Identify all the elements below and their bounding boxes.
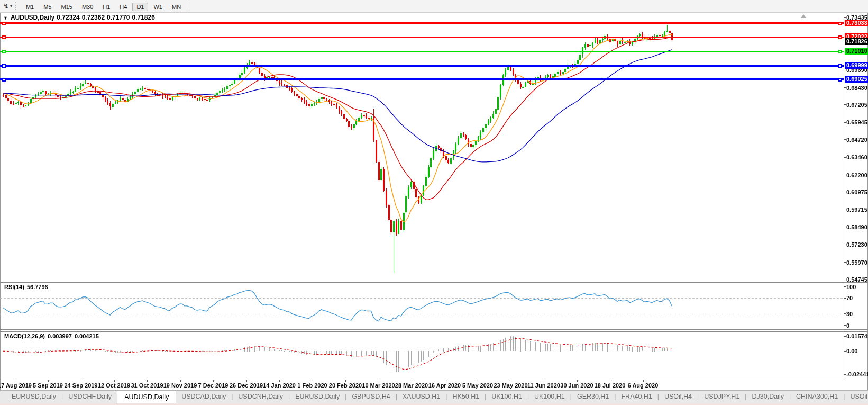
date-axis-label: 23 May 2020 xyxy=(494,382,527,389)
macd-main-value: 0.003997 xyxy=(48,333,72,339)
rsi-axis-tick: 70 xyxy=(846,295,853,301)
date-axis-label: 20 Feb 2020 xyxy=(329,382,362,389)
cursor-tool-icon[interactable]: ↯ xyxy=(0,1,10,12)
price-level-label: 0.71010 xyxy=(845,48,868,55)
price-axis-tick: 0.57230 xyxy=(846,241,867,248)
date-axis-label: 30 Jun 2020 xyxy=(560,382,593,389)
timeframe-button-H4[interactable]: H4 xyxy=(115,3,131,11)
price-axis-tick: 0.54745 xyxy=(846,276,867,283)
chart-tab-usdcnh-daily[interactable]: USDCNH,Daily xyxy=(233,391,288,403)
date-axis-label: 28 Mar 2020 xyxy=(395,382,428,389)
toolbar-separator xyxy=(189,2,189,11)
price-axis-tick: 0.60975 xyxy=(846,189,867,195)
chart-tab-china300-h1[interactable]: CHINA300,H1 xyxy=(791,391,843,403)
chart-tab-usoil-h1[interactable]: USOil,H1 xyxy=(845,391,868,403)
timeframe-button-W1[interactable]: W1 xyxy=(149,3,167,11)
timeframe-buttons: M1M5M15M30H1H4D1W1MN xyxy=(21,2,186,11)
rsi-axis-tick: 30 xyxy=(846,311,853,317)
price-axis-tick: 0.62200 xyxy=(846,172,867,178)
chart-tab-usdjpy-h1[interactable]: USDJPY,H1 xyxy=(699,391,745,403)
chart-tab-bar: EURUSD,Daily|USDCHF,DailyAUDUSD,DailyUSD… xyxy=(0,390,868,403)
date-axis-label: 16 Apr 2020 xyxy=(428,382,461,389)
chart-tab-eurusd-daily[interactable]: EURUSD,Daily xyxy=(290,391,345,403)
date-axis-label: 6 Aug 2020 xyxy=(628,382,659,389)
symbol-name: AUDUSD,Daily xyxy=(11,14,54,21)
chart-tab-gbpusd-h4[interactable]: GBPUSD,H4 xyxy=(346,391,395,403)
timeframe-button-D1[interactable]: D1 xyxy=(132,3,148,11)
date-axis-label: 19 Nov 2019 xyxy=(163,382,197,389)
date-axis-label: 7 Dec 2019 xyxy=(198,382,229,389)
chart-tab-hk50-h1[interactable]: HK50,H1 xyxy=(447,391,485,403)
macd-axis-tick: -0.024412 xyxy=(846,371,868,377)
ohlc-close: 0.71826 xyxy=(132,14,154,21)
macd-pane-label: MACD(12,26,9)0.0039970.004215 xyxy=(4,333,102,339)
rsi-axis-tick: 0 xyxy=(846,322,849,329)
chart-tab-usoil-h4[interactable]: USOil,H4 xyxy=(659,391,697,403)
date-axis-label: 11 Jun 2020 xyxy=(527,382,560,389)
price-level-label: 0.69025 xyxy=(845,76,868,83)
rsi-pane-label: RSI(14)56.7796 xyxy=(4,284,51,290)
macd-axis-tick: 0.00 xyxy=(846,348,857,354)
chart-tab-usdcad-daily[interactable]: USDCAD,Daily xyxy=(176,391,231,403)
date-axis-label: 5 May 2020 xyxy=(462,382,493,389)
date-axis-label: 12 Oct 2019 xyxy=(98,382,130,389)
chart-title: ▼AUDUSD,Daily0.723240.723620.717700.7182… xyxy=(3,14,157,21)
chart-tab-dj30-daily[interactable]: DJ30,Daily xyxy=(746,391,789,403)
date-axis-label: 17 Aug 2019 xyxy=(0,382,32,389)
chart-canvas[interactable] xyxy=(0,0,868,405)
date-axis-label: 1 Feb 2020 xyxy=(297,382,327,389)
price-axis-tick: 0.68430 xyxy=(846,85,867,91)
macd-signal-value: 0.004215 xyxy=(75,333,99,339)
timeframe-button-M1[interactable]: M1 xyxy=(22,3,38,11)
price-axis-tick: 0.64720 xyxy=(846,137,867,143)
rsi-indicator-name: RSI(14) xyxy=(4,284,24,290)
chart-tab-eurusd-daily[interactable]: EURUSD,Daily xyxy=(6,391,61,403)
current-price-label: 0.71826 xyxy=(845,38,868,45)
price-level-label: 0.69999 xyxy=(845,62,868,69)
toolbar-grip[interactable] xyxy=(15,2,18,10)
chart-tab-ger30-h1[interactable]: GER30,H1 xyxy=(572,391,614,403)
date-axis-label: 24 Sep 2019 xyxy=(65,382,98,389)
chart-tab-usdchf-daily[interactable]: USDCHF,Daily xyxy=(63,391,117,403)
timeframe-button-H1[interactable]: H1 xyxy=(98,3,114,11)
timeframe-button-M5[interactable]: M5 xyxy=(39,3,56,11)
chevron-down-icon[interactable]: ▾ xyxy=(10,4,14,8)
rsi-indicator-value: 56.7796 xyxy=(27,284,48,290)
price-axis-tick: 0.65945 xyxy=(846,119,867,125)
price-axis-tick: 0.67205 xyxy=(846,102,867,108)
price-axis-tick: 0.59715 xyxy=(846,206,867,213)
price-level-label: 0.73033 xyxy=(845,20,868,26)
mt4-terminal: ↯ ▾ M1M5M15M30H1H4D1W1MN ▼AUDUSD,Daily0.… xyxy=(0,0,868,405)
price-axis-tick: 0.63460 xyxy=(846,154,867,160)
chart-shift-marker[interactable] xyxy=(801,14,806,18)
macd-axis-tick: 0.015741 xyxy=(846,333,868,339)
ohlc-low: 0.71770 xyxy=(107,14,130,21)
date-axis-label: 5 Sep 2019 xyxy=(33,382,63,389)
price-axis-tick: 0.55970 xyxy=(846,259,867,266)
timeframe-button-M30[interactable]: M30 xyxy=(78,3,97,11)
date-axis-label: 18 Jul 2020 xyxy=(595,382,626,389)
timeframe-toolbar: ↯ ▾ M1M5M15M30H1H4D1W1MN xyxy=(0,0,868,13)
symbol-dropdown-icon[interactable]: ▼ xyxy=(3,15,8,21)
ohlc-open: 0.72324 xyxy=(57,14,79,21)
chart-tab-fra40-h1[interactable]: FRA40,H1 xyxy=(616,391,657,403)
date-axis-label: 31 Oct 2019 xyxy=(131,382,163,389)
chart-tab-audusd-daily[interactable]: AUDUSD,Daily xyxy=(117,390,176,403)
ohlc-high: 0.72362 xyxy=(82,14,105,21)
chart-tab-uk100-h1[interactable]: UK100,H1 xyxy=(486,391,527,403)
rsi-axis-tick: 100 xyxy=(846,284,856,290)
date-axis-label: 14 Jan 2020 xyxy=(263,382,296,389)
date-axis-label: 10 Mar 2020 xyxy=(362,382,395,389)
chart-tab-uk100-h1[interactable]: UK100,H1 xyxy=(529,391,570,403)
timeframe-button-MN[interactable]: MN xyxy=(168,3,185,11)
date-axis-label: 26 Dec 2019 xyxy=(230,382,263,389)
timeframe-button-M15[interactable]: M15 xyxy=(57,3,76,11)
chart-tab-xauusd-h1[interactable]: XAUUSD,H1 xyxy=(397,391,446,403)
macd-indicator-name: MACD(12,26,9) xyxy=(4,333,45,339)
price-axis-tick: 0.58490 xyxy=(846,224,867,230)
